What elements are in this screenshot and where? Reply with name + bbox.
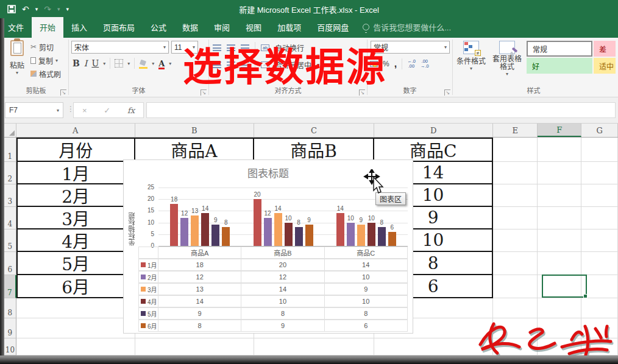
column-header-C[interactable]: C [254,124,374,137]
bar-2月-商品B[interactable] [264,218,272,246]
undo-icon[interactable]: ↶ [22,5,29,13]
font-color-icon[interactable]: A [158,59,165,68]
tab-data[interactable]: 数据 [174,17,206,38]
cell-F5[interactable] [538,229,582,252]
formula-input[interactable] [146,102,616,118]
row-header-9[interactable]: 9 [4,318,16,338]
cell-E3[interactable] [493,184,538,207]
tab-review[interactable]: 审阅 [206,17,238,38]
bar-2月-商品A[interactable] [180,218,188,246]
cell-F3[interactable] [538,184,582,207]
bar-6月-商品A[interactable] [222,227,230,246]
format-painter-button[interactable]: 格式刷 [30,68,61,80]
paste-caret-icon[interactable]: ▾ [16,70,18,75]
cell-E6[interactable] [493,252,538,275]
bold-button[interactable]: B [73,58,80,68]
cell-A4[interactable]: 3月 [16,207,135,229]
chart-axis-title[interactable]: 坐标轴标题 [127,187,137,246]
cell-A5[interactable]: 4月 [16,229,135,252]
tab-page-layout[interactable]: 页面布局 [95,17,143,38]
cell-D1[interactable]: 商品C [374,138,494,162]
borders-caret-icon[interactable]: ▾ [127,61,130,66]
italic-button[interactable]: I [84,58,88,68]
cell-G6[interactable] [581,252,618,275]
cell-style-normal[interactable]: 常规 [527,41,592,57]
font-name-combo[interactable]: 宋体 ▾ [71,41,169,54]
fill-color-icon[interactable] [139,60,147,67]
increase-decimal-icon[interactable]: ←.0 .00 [407,59,416,69]
cell-A6[interactable]: 5月 [16,252,135,275]
cell-style-neutral[interactable]: 适中 [594,58,616,74]
bar-6月-商品C[interactable] [388,232,396,246]
column-header-G[interactable]: G [581,124,618,137]
bar-3月-商品C[interactable] [357,225,365,246]
underline-caret-icon[interactable]: ▾ [103,61,105,66]
borders-icon[interactable] [115,59,123,68]
save-icon[interactable] [7,5,16,13]
number-dialog-launcher[interactable]: ↘ [444,89,450,96]
bar-4月-商品A[interactable] [201,213,209,246]
bar-3月-商品A[interactable] [191,215,199,246]
tab-add-ins[interactable]: 加载项 [269,17,309,38]
active-cell-selection[interactable] [542,275,587,298]
bar-5月-商品C[interactable] [378,227,386,246]
fill-caret-icon[interactable]: ▾ [152,61,154,66]
bar-1月-商品C[interactable] [336,213,344,246]
cell-E7[interactable] [493,275,538,298]
cell-E1[interactable] [493,138,538,162]
row-header-6[interactable]: 6 [4,252,16,275]
column-header-E[interactable]: E [493,124,538,137]
cell-G5[interactable] [581,229,618,252]
bar-6月-商品B[interactable] [305,225,313,246]
insert-function-icon[interactable]: fx [127,106,135,115]
cell-F4[interactable] [538,207,582,229]
bar-5月-商品B[interactable] [295,227,303,246]
column-header-B[interactable]: B [135,124,255,137]
clipboard-dialog-launcher[interactable]: ↘ [60,89,66,96]
legend-key-3月[interactable]: 3月 [138,283,158,295]
legend-key-2月[interactable]: 2月 [138,271,158,283]
undo-caret-icon[interactable]: ▾ [35,7,38,12]
row-header-4[interactable]: 4 [4,207,16,229]
underline-button[interactable]: U [91,58,99,68]
copy-caret-icon[interactable]: ▾ [55,58,58,63]
bar-5月-商品A[interactable] [211,225,219,246]
legend-key-1月[interactable]: 1月 [138,259,158,271]
cell-B1[interactable]: 商品A [135,138,255,162]
conditional-formatting-button[interactable]: ≠ 条件格式 ▾ [454,41,488,71]
cell-F2[interactable] [538,162,582,184]
tab-file[interactable]: 文件 [0,17,32,38]
format-as-table-button[interactable]: 套用表格格式 ▾ [489,41,525,77]
select-all-corner[interactable] [4,124,16,137]
cut-button[interactable]: ✂ 剪切 [30,41,61,53]
cell-E8[interactable] [493,298,538,318]
enter-icon[interactable]: ✓ [104,106,110,115]
bar-2月-商品C[interactable] [347,223,355,246]
row-header-10[interactable]: 10 [4,338,16,355]
cell-A7[interactable]: 6月 [16,275,135,298]
cell-F6[interactable] [538,252,582,275]
cell-E5[interactable] [493,229,538,252]
cell-E2[interactable] [493,162,538,184]
legend-key-4月[interactable]: 4月 [138,295,158,307]
tab-baidu-netdisk[interactable]: 百度网盘 [309,17,357,38]
legend-key-5月[interactable]: 5月 [138,307,158,320]
bar-4月-商品C[interactable] [368,223,375,246]
row-header-7[interactable]: 7 [4,275,16,298]
cell-B10[interactable] [135,338,255,355]
column-header-A[interactable]: A [16,124,135,137]
cell-G4[interactable] [581,207,618,229]
bar-1月-商品B[interactable] [254,199,261,246]
cell-C10[interactable] [254,338,374,355]
tab-insert[interactable]: 插入 [63,17,95,38]
cell-C1[interactable]: 商品B [254,138,374,162]
row-header-2[interactable]: 2 [4,162,16,184]
cell-G1[interactable] [581,138,618,162]
cell-A3[interactable]: 2月 [16,184,135,207]
paste-button[interactable]: 粘贴 ▾ [5,40,29,84]
name-box[interactable]: F7 ▾ [5,102,63,118]
cancel-icon[interactable]: × [82,106,87,115]
row-header-8[interactable]: 8 [4,298,16,318]
cell-A1[interactable]: 月份 [16,138,135,162]
column-header-F[interactable]: F [538,124,582,137]
